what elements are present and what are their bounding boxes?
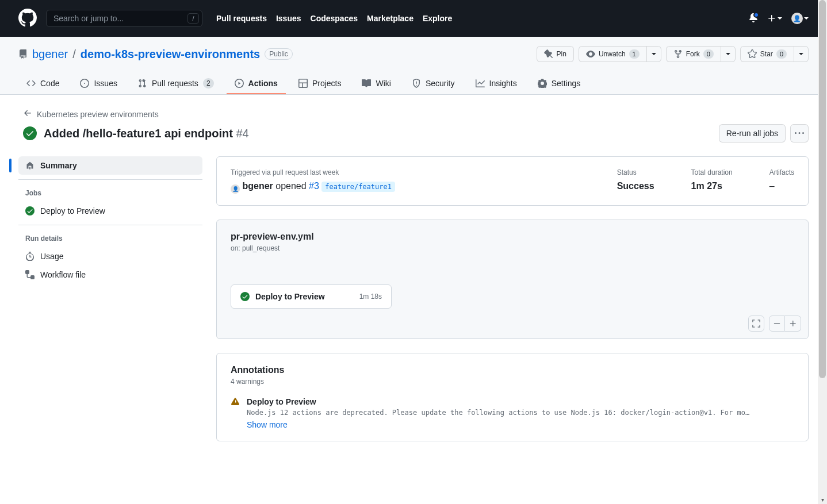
artifacts-info: Artifacts – [769,168,794,194]
fork-dropdown[interactable] [721,46,736,62]
unwatch-button[interactable]: Unwatch 1 [579,46,647,62]
run-status-icon [23,126,37,140]
nav-pull-requests[interactable]: Pull requests [216,14,267,23]
warning-icon [231,397,240,429]
pin-icon [544,49,553,59]
check-icon [25,129,35,138]
status-value: Success [617,181,654,191]
star-button[interactable]: Star 0 [740,46,794,62]
watch-dropdown[interactable] [647,46,661,62]
tab-projects[interactable]: Projects [290,74,350,94]
sidebar-item-summary[interactable]: Summary [18,156,202,175]
run-title: Added /hello-feature1 api endpoint #4 [44,127,249,140]
mark-github-icon [18,9,37,27]
pr-link[interactable]: #3 [309,181,319,191]
tab-code[interactable]: Code [18,74,67,94]
repo-title-row: bgener / demo-k8s-preview-environments P… [18,46,809,62]
sidebar-item-usage[interactable]: Usage [18,247,202,266]
watch-button-group: Unwatch 1 [579,46,661,62]
nav-issues[interactable]: Issues [276,14,301,23]
summary-card: Triggered via pull request last week 👤 b… [216,156,809,206]
caret-down-icon [799,53,803,55]
run-title-text: Added /hello-feature1 api endpoint [44,127,233,140]
scrollbar[interactable]: ▾ [818,0,827,455]
sidebar-item-label: Summary [40,161,77,170]
repo-owner-link[interactable]: bgener [32,48,68,61]
zoom-in-button[interactable] [785,316,801,332]
caret-down-icon [778,17,782,20]
sidebar-item-label: Usage [40,252,63,261]
job-status-icon [25,206,35,216]
tab-settings[interactable]: Settings [530,74,589,94]
tab-wiki-label: Wiki [376,79,390,88]
tab-insights[interactable]: Insights [468,74,525,94]
eye-icon [586,49,595,59]
user-menu[interactable]: 👤 [791,13,809,24]
caret-down-icon [804,17,809,20]
shield-icon [412,79,421,88]
fork-button[interactable]: Fork 0 [666,46,721,62]
global-header: / Pull requests Issues Codespaces Market… [0,0,827,37]
annotation-item: Deploy to Preview Node.js 12 actions are… [231,397,794,429]
nav-explore[interactable]: Explore [423,14,452,23]
sidebar-item-workflow-file[interactable]: Workflow file [18,266,202,284]
search-hotkey-badge: / [187,13,199,24]
zoom-out-button[interactable] [769,316,785,332]
tab-issues[interactable]: Issues [72,74,125,94]
repo-name-link[interactable]: demo-k8s-preview-environments [81,48,260,61]
nav-marketplace[interactable]: Marketplace [367,14,414,23]
pin-button[interactable]: Pin [537,46,574,62]
dash-icon [773,320,781,328]
breadcrumb: Kubernetes preview environments [18,109,809,120]
alert-icon [231,397,240,406]
tab-issues-label: Issues [94,79,117,88]
workflow-file-name: pr-preview-env.yml [231,232,794,242]
fullscreen-button[interactable] [748,316,764,332]
trigger-info: Triggered via pull request last week 👤 b… [231,168,580,194]
status-label: Status [617,168,654,176]
notifications-button[interactable] [749,13,758,24]
job-node[interactable]: Deploy to Preview 1m 18s [231,284,392,309]
search-input[interactable] [46,10,202,27]
repo-nav-tabs: Code Issues Pull requests2 Actions Proje… [18,74,809,94]
unread-indicator [753,12,759,18]
trigger-value: 👤 bgener opened #3 feature/feature1 [231,181,580,194]
breadcrumb-back[interactable] [23,109,32,120]
tab-security-label: Security [426,79,455,88]
actor-link[interactable]: bgener [242,181,273,191]
breadcrumb-workflow[interactable]: Kubernetes preview environments [37,110,159,119]
branch-chip[interactable]: feature/feature1 [321,182,395,192]
plus-icon [789,320,797,328]
github-logo[interactable] [18,9,37,29]
event-text: opened [275,181,306,191]
home-icon [25,161,35,170]
caret-down-icon [726,53,730,55]
repo-icon [18,49,28,59]
star-button-group: Star 0 [740,46,809,62]
rerun-all-button[interactable]: Re-run all jobs [719,124,786,143]
scrollbar-thumb[interactable] [819,0,826,378]
tab-pull-requests[interactable]: Pull requests2 [130,74,222,94]
nav-codespaces[interactable]: Codespaces [311,14,358,23]
sidebar-item-label: Workflow file [40,270,86,279]
duration-info: Total duration 1m 27s [691,168,733,194]
create-menu[interactable] [767,14,782,23]
annotations-card: Annotations 4 warnings Deploy to Preview… [216,353,809,441]
star-count: 0 [776,49,787,59]
actor-avatar: 👤 [231,184,240,194]
artifacts-label: Artifacts [769,168,794,176]
tab-security[interactable]: Security [404,74,463,94]
show-more-link[interactable]: Show more [247,420,288,429]
sidebar-job-item[interactable]: Deploy to Preview [18,202,202,220]
annotation-item-message: Node.js 12 actions are deprecated. Pleas… [247,409,753,417]
star-dropdown[interactable] [794,46,809,62]
job-name: Deploy to Preview [255,292,354,301]
job-duration: 1m 18s [359,293,382,301]
tab-wiki[interactable]: Wiki [354,74,399,94]
annotation-body: Deploy to Preview Node.js 12 actions are… [247,397,753,429]
run-more-menu[interactable] [790,124,809,143]
tab-actions[interactable]: Actions [227,74,286,94]
avatar-icon: 👤 [791,13,803,24]
unwatch-label: Unwatch [599,50,626,58]
stopwatch-icon [25,252,35,261]
